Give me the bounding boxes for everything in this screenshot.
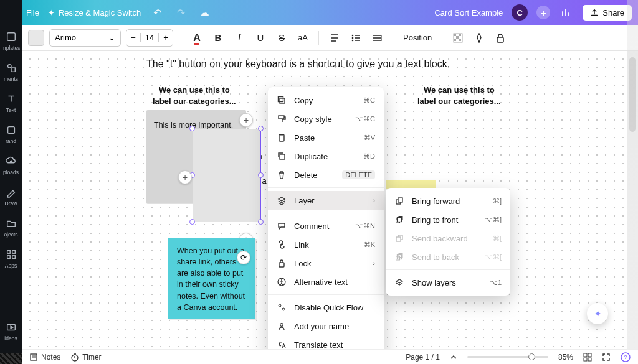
zoom-thumb[interactable]: [528, 353, 535, 360]
trash-icon: [277, 170, 287, 180]
ctx-delete[interactable]: Delete DELETE: [268, 166, 384, 184]
person-icon: [277, 321, 287, 331]
svg-rect-15: [12, 251, 15, 254]
layer-show-layers[interactable]: Show layers ⌥1: [386, 273, 510, 292]
sparkle-icon: ✦: [594, 308, 602, 320]
svg-rect-10: [7, 33, 15, 41]
svg-rect-13: [7, 127, 14, 134]
text-toolbar: Arimo ⌄ − 14 + A B I U S aA Position: [22, 25, 638, 51]
share-button[interactable]: Share: [583, 5, 632, 21]
sidebar-item-videos[interactable]: ideos: [0, 317, 22, 348]
underline-button[interactable]: U: [252, 30, 269, 46]
ctx-copy-style[interactable]: Copy style ⌥⌘C: [268, 110, 384, 128]
fullscreen-icon[interactable]: [602, 353, 611, 362]
zoom-slider[interactable]: [467, 356, 548, 358]
layer-bring-forward[interactable]: Bring forward ⌘]: [386, 192, 510, 210]
send-backward-icon: [394, 233, 404, 243]
ctx-label: Bring forward: [412, 197, 485, 206]
resize-handle[interactable]: [258, 172, 264, 178]
sticky-note-cyan[interactable]: When you put out a share link, others ar…: [168, 238, 255, 319]
help-icon[interactable]: ?: [621, 352, 631, 362]
ctx-lock[interactable]: Lock ›: [268, 254, 384, 273]
list-button[interactable]: [348, 30, 364, 46]
spacing-button[interactable]: [369, 30, 385, 46]
svg-rect-8: [459, 39, 461, 41]
doc-title[interactable]: Card Sort Example: [434, 8, 503, 17]
chevron-right-icon: ›: [373, 259, 375, 267]
notes-button[interactable]: Notes: [29, 353, 60, 362]
sidebar-item-text[interactable]: Text: [0, 88, 22, 119]
font-select[interactable]: Arimo ⌄: [49, 29, 121, 47]
case-button[interactable]: aA: [295, 30, 311, 46]
timer-icon: [70, 353, 79, 362]
decrease-size[interactable]: −: [126, 33, 140, 42]
canvas[interactable]: The "t" button on your keyboard is a sho…: [22, 51, 627, 349]
fill-color-swatch[interactable]: [28, 30, 44, 46]
ctx-copy[interactable]: Copy ⌘C: [268, 91, 384, 110]
sidebar-label: mplates: [2, 45, 21, 51]
bold-button[interactable]: B: [210, 30, 226, 46]
resize-handle[interactable]: [189, 126, 195, 131]
zoom-value[interactable]: 85%: [558, 353, 573, 362]
ctx-label: Layer: [294, 196, 365, 205]
add-element-button[interactable]: +: [239, 113, 253, 127]
avatar[interactable]: C: [512, 4, 528, 21]
undo-button[interactable]: ↶: [150, 5, 164, 20]
timer-button[interactable]: Timer: [70, 353, 101, 362]
bring-front-icon: [394, 215, 404, 225]
increase-size[interactable]: +: [159, 33, 173, 42]
file-menu[interactable]: File: [26, 8, 39, 17]
ctx-duplicate[interactable]: Duplicate ⌘D: [268, 147, 384, 166]
rotate-handle[interactable]: ⟳: [237, 251, 250, 264]
transparency-button[interactable]: [450, 30, 466, 46]
add-element-button[interactable]: +: [178, 170, 192, 184]
category-label-left: We can use this tolabel our categories..…: [153, 85, 236, 106]
magic-fab[interactable]: ✦: [587, 303, 608, 324]
italic-button[interactable]: I: [231, 30, 247, 46]
font-size-stepper[interactable]: − 14 +: [126, 29, 173, 47]
sidebar-label: Draw: [5, 200, 17, 207]
layer-bring-to-front[interactable]: Bring to front ⌥⌘]: [386, 210, 510, 229]
ctx-shortcut: ⌥1: [490, 279, 502, 287]
ctx-paste[interactable]: Paste ⌘V: [268, 128, 384, 147]
add-member-button[interactable]: +: [536, 6, 550, 19]
font-size-value[interactable]: 14: [140, 33, 159, 42]
strike-button[interactable]: S: [274, 30, 290, 46]
align-button[interactable]: [326, 30, 343, 46]
chevron-up-icon[interactable]: [450, 353, 457, 361]
effects-button[interactable]: [471, 30, 487, 46]
ctx-label: Send backward: [412, 234, 485, 243]
position-button[interactable]: Position: [401, 30, 434, 46]
cloud-sync-icon[interactable]: ☁: [197, 5, 212, 20]
svg-rect-20: [279, 97, 283, 102]
sidebar-item-uploads[interactable]: ploads: [0, 151, 22, 182]
selected-card[interactable]: [193, 129, 261, 222]
lock-button[interactable]: [492, 30, 508, 46]
category-label-right: We can use this tolabel our categories..…: [417, 85, 501, 106]
resize-menu[interactable]: ✦ Resize & Magic Switch: [48, 8, 141, 17]
page-indicator[interactable]: Page 1 / 1: [406, 353, 440, 362]
ctx-add-name[interactable]: Add your name: [268, 317, 384, 335]
ctx-layer[interactable]: Layer ›: [268, 191, 384, 210]
sidebar-item-apps[interactable]: Apps: [0, 244, 22, 275]
sidebar-item-templates[interactable]: mplates: [0, 26, 22, 57]
sidebar-label: ojects: [4, 231, 17, 238]
svg-rect-21: [279, 116, 284, 119]
sidebar-item-draw[interactable]: Draw: [0, 182, 22, 213]
sidebar-item-brand[interactable]: rand: [0, 119, 22, 151]
text-color-button[interactable]: A: [189, 30, 205, 46]
analytics-icon[interactable]: [559, 5, 574, 20]
grid-view-icon[interactable]: [583, 353, 592, 362]
upload-icon: [590, 8, 599, 17]
resize-handle[interactable]: [258, 219, 264, 225]
sidebar-item-projects[interactable]: ojects: [0, 213, 22, 244]
resize-handle[interactable]: [189, 219, 195, 225]
sidebar-item-elements[interactable]: ments: [0, 57, 22, 88]
ctx-disable-quickflow[interactable]: Disable Quick Flow: [268, 298, 384, 317]
ctx-link[interactable]: Link ⌘K: [268, 235, 384, 254]
resize-handle[interactable]: [258, 126, 264, 131]
ctx-comment[interactable]: Comment ⌥⌘N: [268, 217, 384, 235]
redo-button[interactable]: ↷: [173, 5, 188, 20]
ctx-alt-text[interactable]: Alternative text: [268, 273, 384, 291]
notes-label: Notes: [41, 353, 60, 362]
